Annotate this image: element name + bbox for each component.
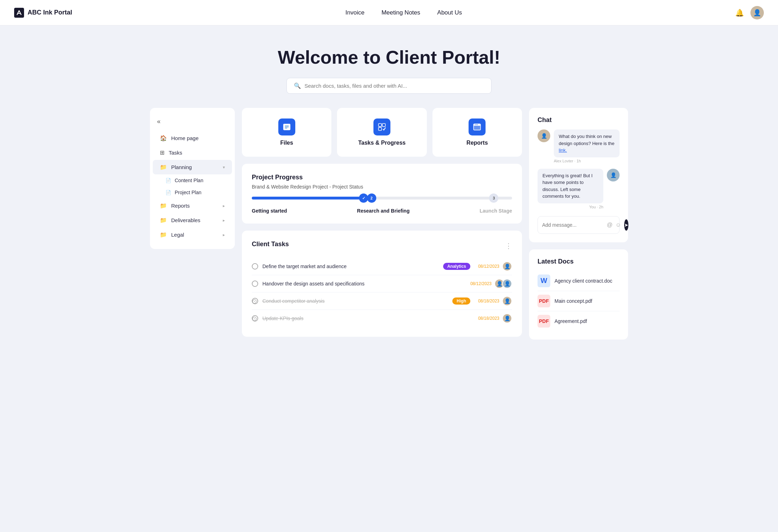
deliverables-folder-icon: 📁 xyxy=(160,217,167,224)
task-checkbox-4[interactable] xyxy=(252,315,258,322)
task-avatars-3: 👤 xyxy=(502,296,512,306)
svg-point-16 xyxy=(476,124,477,125)
search-icon: 🔍 xyxy=(294,82,301,89)
list-item[interactable]: W Agency client contract.doc xyxy=(538,271,620,291)
task-avatar: 👤 xyxy=(502,296,512,306)
nav-invoice[interactable]: Invoice xyxy=(346,9,365,16)
sidebar-item-reports[interactable]: 📁 Reports ▸ xyxy=(153,198,232,213)
sidebar-label-content-plan: Content Plan xyxy=(175,178,203,183)
client-tasks-title: Client Tasks xyxy=(252,241,289,248)
doc-name-contract: Agency client contract.doc xyxy=(555,278,612,284)
project-progress-subtitle: Brand & Website Redesign Project - Proje… xyxy=(252,184,512,190)
task-date-2: 08/12/2023 xyxy=(467,281,492,286)
sidebar-item-deliverables[interactable]: 📁 Deliverables ▸ xyxy=(153,213,232,227)
sidebar-collapse-button[interactable]: « xyxy=(150,115,235,131)
main-nav: Invoice Meeting Notes About Us xyxy=(346,9,462,16)
chat-bubble-received: What do you think on new design options?… xyxy=(554,129,620,157)
bell-icon[interactable]: 🔔 xyxy=(735,8,744,17)
mention-icon[interactable]: @ xyxy=(607,222,612,228)
task-checkbox-1[interactable] xyxy=(252,263,258,270)
nav-meeting-notes[interactable]: Meeting Notes xyxy=(382,9,420,16)
pdf-doc-icon-2: PDF xyxy=(538,315,550,328)
svg-point-17 xyxy=(477,124,478,125)
reports-card-icon xyxy=(469,118,486,135)
table-row: Handover the design assets and specifica… xyxy=(252,275,512,293)
sidebar-item-legal[interactable]: 📁 Legal ▸ xyxy=(153,227,232,242)
stage-research: Research and Briefing xyxy=(357,208,410,214)
svg-point-15 xyxy=(475,124,476,125)
chat-input[interactable] xyxy=(542,222,604,228)
table-row: Update KPIs goals 08/18/2023 👤 xyxy=(252,310,512,327)
list-item[interactable]: PDF Main concept.pdf xyxy=(538,291,620,311)
sidebar-label-reports: Reports xyxy=(171,203,219,209)
sidebar-label-planning: Planning xyxy=(171,164,219,170)
task-checkbox-3[interactable] xyxy=(252,298,258,304)
logo-text: ABC Ink Portal xyxy=(28,9,72,16)
files-quick-card[interactable]: Files xyxy=(242,108,331,157)
more-options-icon[interactable]: ⋮ xyxy=(505,242,512,250)
tasks-quick-card[interactable]: Tasks & Progress xyxy=(337,108,426,157)
doc-name-main-concept: Main concept.pdf xyxy=(555,298,592,304)
emoji-icon[interactable]: ☺ xyxy=(615,222,621,228)
chat-sender-avatar: 👤 xyxy=(538,129,550,142)
user-avatar[interactable]: 👤 xyxy=(750,6,764,19)
doc-name-agreement: Agreement.pdf xyxy=(555,318,587,324)
progress-bar-fill xyxy=(252,197,366,200)
sidebar-item-project-plan[interactable]: 📄 Project Plan xyxy=(150,186,235,198)
center-content: Files Tasks & Progress xyxy=(242,108,522,340)
task-avatars-2: 👤 👤 xyxy=(494,279,512,289)
chat-meta-sender: Alex Lovter · 1h xyxy=(554,159,620,163)
task-avatar: 👤 xyxy=(502,261,512,271)
latest-docs-title: Latest Docs xyxy=(538,258,620,265)
chat-title: Chat xyxy=(538,116,620,124)
task-right-2: 08/12/2023 👤 👤 xyxy=(467,279,512,289)
tasks-card-icon xyxy=(373,118,390,135)
quick-cards-row: Files Tasks & Progress xyxy=(242,108,522,157)
legal-arrow-icon: ▸ xyxy=(223,232,225,237)
sidebar-label-project-plan: Project Plan xyxy=(175,190,201,195)
list-item[interactable]: PDF Agreement.pdf xyxy=(538,311,620,331)
sidebar-label-home: Home page xyxy=(171,135,225,141)
chat-send-button[interactable]: ➤ xyxy=(624,219,628,231)
task-right-1: 08/12/2023 👤 xyxy=(475,261,512,271)
sidebar-item-planning[interactable]: 📁 Planning ▾ xyxy=(153,160,232,174)
tasks-icon: ⊞ xyxy=(160,149,164,156)
task-label-1: Define the target market and audience xyxy=(262,264,439,269)
task-label-2: Handover the design assets and specifica… xyxy=(262,281,463,287)
task-badge-analytics: Analytics xyxy=(443,263,470,270)
header: ABC Ink Portal Invoice Meeting Notes Abo… xyxy=(0,0,778,25)
reports-folder-icon: 📁 xyxy=(160,202,167,209)
sidebar-label-deliverables: Deliverables xyxy=(171,217,219,223)
files-card-label: Files xyxy=(280,140,293,146)
task-badge-high: High xyxy=(452,297,470,305)
task-date-1: 08/12/2023 xyxy=(475,264,499,269)
logo[interactable]: ABC Ink Portal xyxy=(14,8,72,18)
stage-getting-started: Getting started xyxy=(252,208,287,214)
svg-rect-0 xyxy=(14,8,24,18)
chat-link[interactable]: link. xyxy=(559,148,567,153)
task-avatar: 👤 xyxy=(502,279,512,289)
svg-rect-11 xyxy=(382,123,385,127)
project-plan-icon: 📄 xyxy=(166,190,171,195)
sidebar-item-content-plan[interactable]: 📄 Content Plan xyxy=(150,174,235,186)
sidebar-label-tasks: Tasks xyxy=(169,150,225,156)
sidebar-item-tasks[interactable]: ⊞ Tasks xyxy=(153,145,232,160)
task-right-4: 08/18/2023 👤 xyxy=(475,313,512,323)
task-label-4: Update KPIs goals xyxy=(262,316,470,321)
chat-text-before: What do you think on new design options?… xyxy=(559,134,615,146)
chat-message-content-self: Everything is great! But I have some poi… xyxy=(538,169,603,209)
svg-rect-10 xyxy=(378,123,382,127)
content-plan-icon: 📄 xyxy=(166,178,171,183)
reports-quick-card[interactable]: Reports xyxy=(432,108,522,157)
pdf-doc-icon: PDF xyxy=(538,295,550,307)
sidebar-item-home-page[interactable]: 🏠 Home page xyxy=(153,131,232,145)
search-bar: 🔍 xyxy=(286,78,492,94)
task-label-3: Conduct competitor analysis xyxy=(262,298,448,304)
nav-about-us[interactable]: About Us xyxy=(437,9,462,16)
stage-launch: Launch Stage xyxy=(480,208,512,214)
task-checkbox-2[interactable] xyxy=(252,281,258,287)
task-date-4: 08/18/2023 xyxy=(475,316,499,321)
table-row: Define the target market and audience An… xyxy=(252,258,512,275)
search-input[interactable] xyxy=(304,83,484,89)
task-right-3: 08/18/2023 👤 xyxy=(475,296,512,306)
